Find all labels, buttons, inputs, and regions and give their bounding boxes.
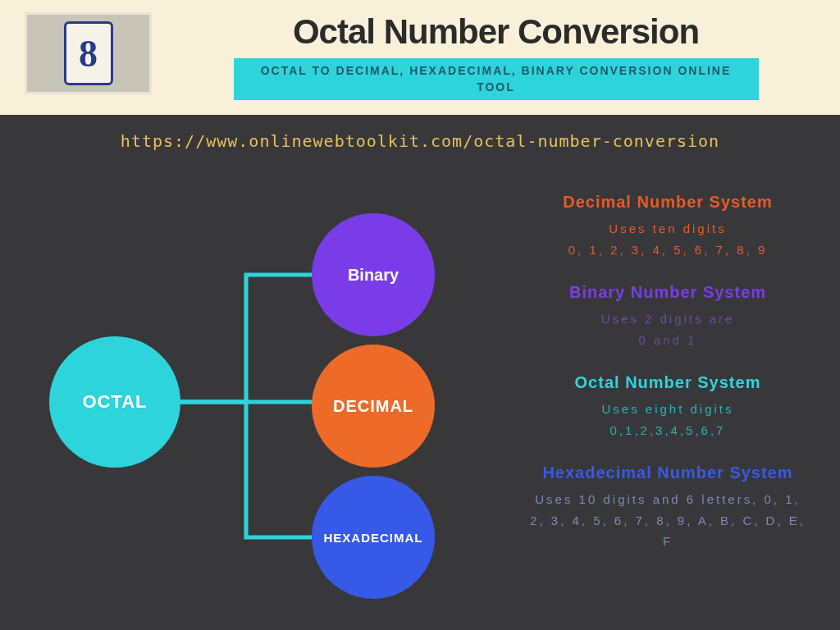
info-panel: Decimal Number System Uses ten digits 0,… (528, 193, 807, 575)
info-decimal-line2: 0, 1, 2, 3, 4, 5, 6, 7, 8, 9 (568, 243, 767, 257)
content: https://www.onlinewebtoolkit.com/octal-n… (0, 115, 840, 630)
subtitle-box: OCTAL TO DECIMAL, HEXADECIMAL, BINARY CO… (234, 58, 759, 100)
info-hex: Hexadecimal Number System Uses 10 digits… (528, 463, 807, 552)
header-text: Octal Number Conversion OCTAL TO DECIMAL… (176, 12, 815, 100)
subtitle: OCTAL TO DECIMAL, HEXADECIMAL, BINARY CO… (250, 63, 742, 95)
info-decimal-body: Uses ten digits 0, 1, 2, 3, 4, 5, 6, 7, … (528, 218, 807, 260)
info-hex-title: Hexadecimal Number System (528, 463, 807, 482)
info-hex-line1: Uses 10 digits and 6 letters, 0, 1, 2, 3… (530, 492, 806, 548)
info-hex-body: Uses 10 digits and 6 letters, 0, 1, 2, 3… (528, 489, 807, 552)
tool-url: https://www.onlinewebtoolkit.com/octal-n… (33, 131, 807, 151)
info-decimal-title: Decimal Number System (528, 193, 807, 212)
page-title: Octal Number Conversion (176, 12, 815, 52)
info-binary-line1: Uses 2 digits are (601, 312, 735, 326)
diagram: OCTAL Binary DECIMAL HEXADECIMAL (49, 180, 484, 607)
info-binary-line2: 0 and 1 (638, 333, 696, 347)
info-binary: Binary Number System Uses 2 digits are 0… (528, 283, 807, 350)
info-octal: Octal Number System Uses eight digits 0,… (528, 373, 807, 441)
info-binary-title: Binary Number System (528, 283, 807, 302)
info-octal-line2: 0,1,2,3,4,5,6,7 (610, 423, 726, 437)
node-octal: OCTAL (49, 336, 180, 468)
info-binary-body: Uses 2 digits are 0 and 1 (528, 308, 807, 350)
header: 8 Octal Number Conversion OCTAL TO DECIM… (0, 0, 840, 115)
node-hexadecimal: HEXADECIMAL (312, 476, 435, 599)
header-image: 8 (25, 12, 152, 94)
info-octal-line1: Uses eight digits (601, 402, 733, 416)
info-decimal-line1: Uses ten digits (609, 221, 726, 235)
node-binary: Binary (312, 213, 435, 336)
info-octal-body: Uses eight digits 0,1,2,3,4,5,6,7 (528, 399, 807, 441)
tile-digit: 8 (64, 21, 113, 85)
info-decimal: Decimal Number System Uses ten digits 0,… (528, 193, 807, 260)
info-octal-title: Octal Number System (528, 373, 807, 392)
node-decimal: DECIMAL (312, 345, 435, 468)
